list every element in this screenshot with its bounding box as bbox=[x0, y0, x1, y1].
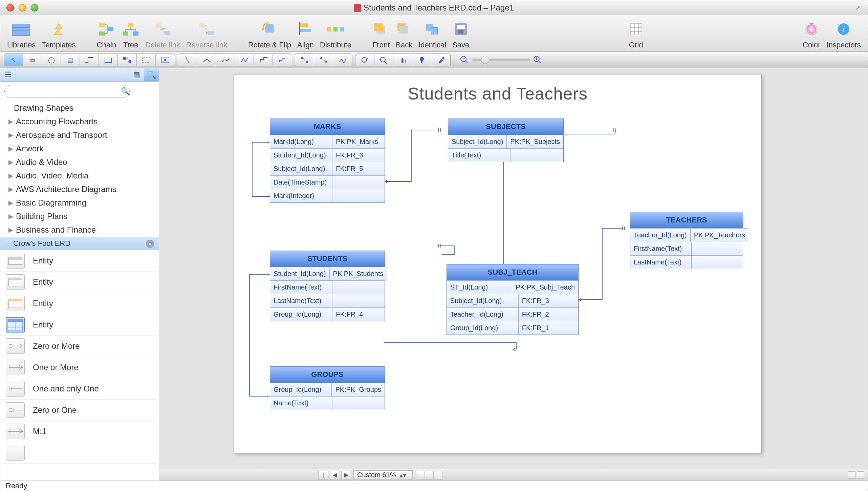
close-window-button[interactable] bbox=[6, 4, 14, 12]
distribute-button[interactable]: Distribute bbox=[318, 19, 353, 49]
entity-teachers[interactable]: TEACHERS Teacher_Id(Long)PK:PK_Teachers … bbox=[630, 212, 743, 269]
shape-item-selected[interactable]: Entity bbox=[0, 314, 159, 336]
shape-item[interactable]: One and only One bbox=[0, 378, 159, 400]
step-tool[interactable] bbox=[273, 54, 292, 66]
save-button[interactable]: Save bbox=[450, 19, 471, 49]
minimize-window-button[interactable] bbox=[19, 4, 26, 12]
shape-item[interactable]: One or More bbox=[0, 357, 159, 378]
svg-rect-26 bbox=[374, 23, 383, 31]
page-tabs[interactable] bbox=[416, 471, 442, 479]
conn4-tool[interactable] bbox=[137, 54, 156, 66]
page-tab[interactable] bbox=[434, 471, 442, 479]
shape-item[interactable]: Zero or More bbox=[0, 336, 159, 357]
page-tab[interactable] bbox=[416, 471, 425, 479]
category-item[interactable]: ▶Business and Finance bbox=[0, 223, 159, 237]
sidebar-search-input[interactable] bbox=[4, 85, 130, 98]
status-icon[interactable] bbox=[848, 471, 855, 479]
category-item[interactable]: ▶Accounting Flowcharts bbox=[0, 115, 159, 128]
svg-point-91 bbox=[9, 408, 12, 412]
select-tool[interactable]: ↖ bbox=[4, 54, 23, 66]
shape-item[interactable]: M:1 bbox=[0, 421, 159, 442]
libraries-button[interactable]: Libraries bbox=[5, 19, 38, 49]
delete-link-button[interactable]: Delete link bbox=[143, 19, 182, 49]
templates-button[interactable]: Templates bbox=[40, 19, 78, 49]
edit-tools-segment bbox=[295, 54, 352, 66]
canvas-scroll[interactable]: Students and Teachers bbox=[159, 68, 868, 469]
eyedrop-tool[interactable] bbox=[412, 54, 431, 66]
search-icon[interactable]: 🔍 bbox=[144, 68, 159, 81]
grid-button[interactable]: Grid bbox=[627, 19, 645, 49]
entity-subj-teach[interactable]: SUBJ_TEACH ST_Id(Long)PK:PK_Subj_Teach S… bbox=[447, 264, 579, 335]
zoom-cycle-tool[interactable] bbox=[355, 54, 374, 66]
rotate-flip-button[interactable]: Rotate & Flip bbox=[246, 19, 293, 49]
dropper-tool[interactable] bbox=[431, 54, 450, 66]
entity-marks[interactable]: MARKS MarkId(Long)PK:PK_Marks Student_Id… bbox=[270, 119, 385, 203]
svg-rect-17 bbox=[266, 25, 273, 32]
conn3-tool[interactable] bbox=[118, 54, 137, 66]
diagram-title: Students and Teachers bbox=[234, 74, 761, 117]
shape-item[interactable]: Entity bbox=[0, 272, 159, 293]
conn2-tool[interactable] bbox=[99, 54, 118, 66]
freehand-tool[interactable] bbox=[333, 54, 352, 66]
reverse-link-button[interactable]: Reverse link bbox=[184, 19, 229, 49]
front-button[interactable]: Front bbox=[370, 19, 392, 49]
shape-item[interactable] bbox=[0, 442, 159, 464]
footer-bar: Ready bbox=[0, 481, 868, 491]
shape-item[interactable]: Entity bbox=[0, 250, 159, 272]
curve-tool[interactable] bbox=[216, 54, 235, 66]
selected-category[interactable]: Crow's Foot ERD × bbox=[0, 237, 159, 250]
svg-rect-15 bbox=[208, 31, 214, 35]
category-item[interactable]: ▶Basic Diagramming bbox=[0, 196, 159, 210]
conn1-tool[interactable] bbox=[80, 54, 99, 66]
shape-item[interactable]: Zero or One bbox=[0, 400, 159, 421]
back-button[interactable]: Back bbox=[394, 19, 414, 49]
poly-tool[interactable] bbox=[235, 54, 254, 66]
category-item[interactable]: ▶AWS Architecture Diagrams bbox=[0, 183, 159, 196]
entity-subjects[interactable]: SUBJECTS Subject_Id(Long)PK:PK_Subjects … bbox=[448, 119, 564, 162]
zoom-tool[interactable] bbox=[374, 54, 393, 66]
grid-view-icon[interactable]: ▦ bbox=[129, 68, 144, 81]
color-button[interactable]: Color bbox=[801, 19, 823, 49]
align-button[interactable]: Align bbox=[295, 19, 316, 49]
zoom-window-button[interactable] bbox=[31, 4, 38, 12]
pager-prev[interactable]: ◀ bbox=[330, 471, 340, 479]
shape-item[interactable]: Entity bbox=[0, 293, 159, 314]
zoom-slider[interactable] bbox=[460, 56, 542, 64]
category-item[interactable]: ▶Artwork bbox=[0, 142, 159, 155]
inspectors-button[interactable]: i Inspectors bbox=[825, 19, 863, 49]
canvas-page[interactable]: Students and Teachers bbox=[234, 74, 762, 453]
conn5-tool[interactable] bbox=[156, 54, 175, 66]
line-tool[interactable]: ╲ bbox=[178, 54, 197, 66]
category-item[interactable]: ▶Audio & Video bbox=[0, 155, 159, 169]
category-item[interactable]: Drawing Shapes bbox=[0, 101, 159, 115]
arc-tool[interactable] bbox=[197, 54, 216, 66]
sidebar-toggle-icon[interactable]: ☰ bbox=[0, 68, 16, 81]
status-icon[interactable] bbox=[857, 471, 864, 479]
svg-line-87 bbox=[19, 367, 23, 369]
page-tab[interactable] bbox=[425, 471, 434, 479]
node-edit-tool[interactable] bbox=[295, 54, 314, 66]
zoom-in-icon[interactable] bbox=[533, 56, 542, 64]
rect-tool[interactable]: ▭ bbox=[23, 54, 42, 66]
pager-pause[interactable]: ‖ bbox=[318, 471, 328, 479]
sidebar-filter-input[interactable] bbox=[19, 70, 126, 80]
close-icon[interactable]: × bbox=[146, 240, 154, 248]
entity-groups[interactable]: GROUPS Group_Id(Long)PK:PK_Groups Name(T… bbox=[270, 366, 385, 410]
category-item[interactable]: ▶Audio, Video, Media bbox=[0, 169, 159, 183]
entity-students[interactable]: STUDENTS Student_Id(Long)PK:PK_Students … bbox=[270, 251, 385, 321]
segment-edit-tool[interactable] bbox=[314, 54, 333, 66]
ellipse-tool[interactable]: ◯ bbox=[42, 54, 61, 66]
chain-button[interactable]: Chain bbox=[95, 19, 118, 49]
zoom-out-icon[interactable] bbox=[460, 56, 469, 64]
zoom-level-select[interactable]: Custom 61%▴▾ bbox=[353, 470, 413, 480]
category-item[interactable]: ▶Aerospace and Transport bbox=[0, 128, 159, 142]
identical-button[interactable]: Identical bbox=[416, 19, 448, 49]
tree-button[interactable]: Tree bbox=[120, 19, 141, 49]
text-tool[interactable]: ▤ bbox=[61, 54, 80, 66]
pan-tool[interactable] bbox=[393, 54, 412, 66]
line-tools-segment: ╲ bbox=[178, 54, 292, 66]
pager-next[interactable]: ▶ bbox=[341, 471, 351, 479]
category-item[interactable]: ▶Building Plans bbox=[0, 210, 159, 223]
ortho-tool[interactable] bbox=[254, 54, 273, 66]
fullscreen-icon[interactable]: ⤢ bbox=[855, 4, 864, 12]
